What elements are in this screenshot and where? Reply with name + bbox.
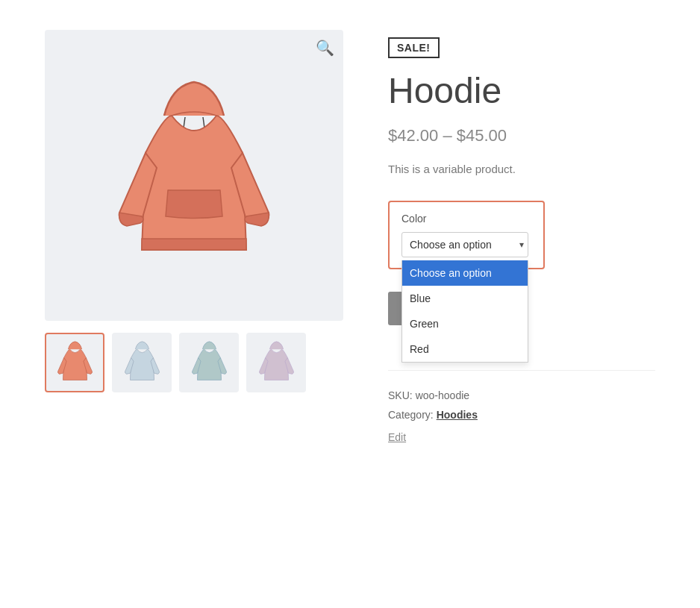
category-link[interactable]: Hoodies xyxy=(437,405,478,425)
thumbnail-3[interactable] xyxy=(179,333,239,392)
category-line: Category: Hoodies xyxy=(388,405,655,425)
dropdown-option-blue[interactable]: Blue xyxy=(402,286,528,311)
dropdown-option-green[interactable]: Green xyxy=(402,311,528,336)
hoodie-illustration xyxy=(104,71,284,280)
dropdown-option-choose[interactable]: Choose an option xyxy=(402,260,528,286)
zoom-icon[interactable]: 🔍 xyxy=(316,39,334,57)
color-selector-box: Color Choose an optionBlueGreenRed ▾ Cho… xyxy=(388,201,545,269)
edit-link[interactable]: Edit xyxy=(388,431,406,443)
divider xyxy=(388,370,655,371)
dropdown-option-red[interactable]: Red xyxy=(402,336,528,362)
sku-label: SKU: xyxy=(388,386,413,406)
color-dropdown: Choose an option Blue Green Red xyxy=(401,260,528,363)
product-price: $42.00 – $45.00 xyxy=(388,126,655,145)
sku-value: woo-hoodie xyxy=(416,386,469,406)
product-meta: SKU: woo-hoodie Category: Hoodies xyxy=(388,386,655,425)
sale-badge: SALE! xyxy=(388,37,440,58)
color-label: Color xyxy=(401,213,531,225)
thumbnails xyxy=(45,333,343,392)
product-info: SALE! Hoodie $42.00 – $45.00 This is a v… xyxy=(388,30,655,444)
product-description: This is a variable product. xyxy=(388,160,655,178)
product-layout: 🔍 xyxy=(45,30,655,444)
product-title: Hoodie xyxy=(388,72,655,111)
main-image: 🔍 xyxy=(45,30,343,321)
thumbnail-2[interactable] xyxy=(112,333,172,392)
color-select[interactable]: Choose an optionBlueGreenRed xyxy=(401,232,528,257)
category-label: Category: xyxy=(388,405,434,425)
thumbnail-4[interactable] xyxy=(246,333,306,392)
thumbnail-1[interactable] xyxy=(45,333,104,392)
select-wrapper: Choose an optionBlueGreenRed ▾ Choose an… xyxy=(401,232,531,257)
product-images: 🔍 xyxy=(45,30,343,392)
sku-line: SKU: woo-hoodie xyxy=(388,386,655,406)
